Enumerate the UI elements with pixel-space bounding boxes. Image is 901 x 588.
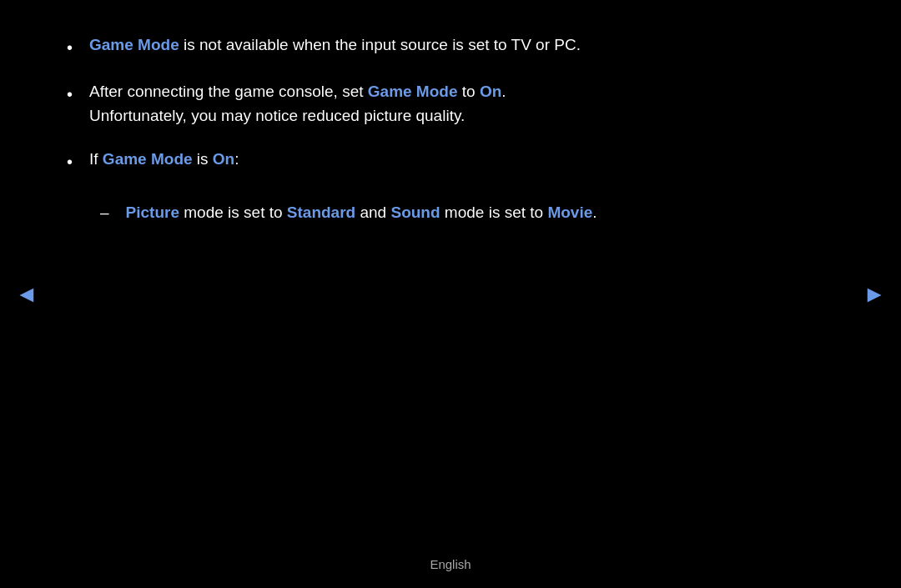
dash-text2: and (355, 204, 390, 221)
bullet3-text-before: If (89, 150, 103, 168)
bullet2-text-before: After connecting the game console, set (89, 83, 368, 100)
dash-symbol: – (100, 201, 109, 225)
dash-text4: . (592, 204, 596, 221)
prev-arrow[interactable]: ◄ (15, 281, 38, 308)
game-mode-highlight-3: Game Mode (103, 150, 193, 168)
on-highlight-2: On (213, 150, 234, 168)
bullet-list: • Game Mode is not available when the in… (67, 33, 834, 194)
sound-highlight: Sound (390, 204, 440, 221)
next-arrow[interactable]: ► (863, 281, 886, 308)
bullet2-text-after: . (501, 83, 506, 100)
game-mode-highlight-2: Game Mode (368, 83, 458, 100)
bullet-dot-2: • (67, 82, 73, 107)
bullet-dot-3: • (67, 149, 73, 174)
bullet3-text-after: : (234, 150, 239, 168)
bullet2-line2: Unfortunately, you may notice reduced pi… (89, 107, 465, 124)
game-mode-highlight-1: Game Mode (89, 36, 179, 53)
dash-text3: mode is set to (440, 204, 548, 221)
dash-text-1: Picture mode is set to Standard and Soun… (126, 201, 834, 225)
standard-highlight: Standard (287, 204, 355, 221)
bullet-item-2: • After connecting the game console, set… (67, 80, 834, 128)
bullet2-text-middle: to (457, 83, 479, 100)
bullet-item-3: • If Game Mode is On: (67, 148, 834, 174)
main-content: • Game Mode is not available when the in… (0, 0, 901, 588)
bullet-text-2: After connecting the game console, set G… (89, 80, 834, 128)
bullet-dot-1: • (67, 35, 73, 60)
dash-text1: mode is set to (179, 204, 287, 221)
bullet-text-3: If Game Mode is On: (89, 148, 834, 172)
bullet1-text: is not available when the input source i… (179, 36, 581, 53)
language-label: English (430, 557, 471, 571)
bullet-item-1: • Game Mode is not available when the in… (67, 33, 834, 60)
bullet-text-1: Game Mode is not available when the inpu… (89, 33, 834, 58)
dash-item-1: – Picture mode is set to Standard and So… (100, 201, 834, 225)
on-highlight-1: On (480, 83, 501, 100)
bullet3-text-middle: is (193, 150, 213, 168)
picture-highlight: Picture (126, 204, 179, 221)
movie-highlight: Movie (547, 204, 592, 221)
